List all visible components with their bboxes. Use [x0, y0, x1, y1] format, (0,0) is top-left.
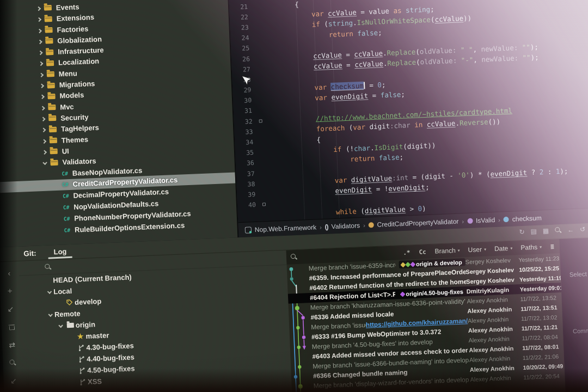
chevron-down-icon: ▾ [510, 246, 512, 250]
code-editor[interactable]: ? ext methods? exporting APIs override b… [229, 0, 588, 237]
code-token: ; [378, 28, 382, 36]
gutter [258, 89, 265, 90]
chevron-right-icon[interactable] [40, 150, 49, 154]
chevron-down-icon[interactable] [40, 162, 49, 164]
intellisort-icon[interactable]: ≣ [550, 243, 554, 250]
code-area[interactable]: ? ext methods? exporting APIs override b… [229, 0, 588, 222]
code-token: false [380, 90, 401, 100]
chevron-right-icon[interactable] [35, 17, 44, 22]
delete-icon[interactable] [1, 317, 21, 336]
commit-date: 11/7/22, 11:21 [519, 323, 563, 332]
collapse-icon[interactable]: ‹ [0, 264, 19, 282]
csharp-file-icon: C# [64, 227, 70, 233]
chevron-right-icon[interactable] [38, 106, 47, 110]
breadcrumb-item[interactable]: Validators [331, 222, 360, 230]
solution-explorer[interactable]: ControllersEventsExtensionsFactoriesGlob… [0, 0, 238, 248]
tree-folder-label: Models [59, 91, 84, 100]
breadcrumb-separator: › [498, 216, 500, 223]
chevron-right-icon[interactable] [37, 72, 46, 77]
chevron-right-icon[interactable] [34, 7, 43, 11]
code-token: "" [522, 43, 530, 52]
rollback-icon[interactable]: ↺ [580, 225, 586, 233]
chevron-right-icon[interactable] [36, 62, 45, 66]
filter-branch[interactable]: Branch▾ [434, 247, 460, 255]
tree-folder-label: Globalization [57, 35, 102, 45]
search-icon[interactable] [45, 264, 51, 270]
code-token: ; [399, 153, 403, 161]
add-icon[interactable]: ＋ [0, 281, 20, 300]
chevron-down-icon: ▾ [484, 247, 486, 252]
chevron-down-icon[interactable] [46, 291, 53, 293]
chevron-right-icon[interactable] [39, 117, 47, 121]
code-token: '0' [457, 171, 470, 180]
back-icon[interactable]: ← [567, 226, 574, 234]
checkout-arrow-icon[interactable]: ↙ [1, 299, 21, 318]
ide-window: ControllersEventsExtensionsFactoriesGlob… [0, 0, 588, 392]
commit-author: Alexey Anokhin [468, 315, 519, 324]
paint-roller-icon[interactable]: ▤ [530, 228, 537, 235]
chevron-right-icon[interactable] [35, 28, 44, 33]
code-token: return [350, 154, 379, 163]
folder-icon [45, 16, 52, 22]
chevron-right-icon[interactable] [36, 51, 45, 55]
chevron-spacer [68, 336, 75, 337]
gutter [260, 131, 267, 132]
gutter [255, 16, 262, 17]
search-icon[interactable] [555, 227, 561, 234]
code-token: :int [392, 174, 409, 182]
chevron-right-icon[interactable] [35, 39, 44, 44]
commit-date: 11/2/22, 20:54 [521, 372, 565, 381]
match-case-toggle-icon[interactable]: Cc [419, 248, 426, 256]
filter-label: Branch [434, 247, 456, 255]
code-token: checksum [330, 81, 364, 90]
commit-author: Sergey Koshelev [465, 256, 516, 265]
gutter [261, 173, 269, 173]
filter-date[interactable]: Date▾ [494, 244, 513, 253]
line-number: 36 [236, 159, 261, 168]
code-token: ; [430, 5, 434, 13]
gutter-marker-icon [259, 119, 267, 123]
gutter [258, 79, 265, 79]
filter-paths[interactable]: Paths▾ [520, 243, 542, 252]
filter-user[interactable]: User▾ [468, 246, 486, 254]
chevron-right-icon[interactable] [39, 128, 48, 132]
chevron-down-icon[interactable] [47, 314, 54, 316]
search-icon[interactable] [3, 353, 23, 372]
favorite-star-icon[interactable]: ★ [4, 389, 24, 392]
line-number: 22 [230, 13, 255, 21]
breadcrumb-item[interactable]: CreditCardPropertyValidator [377, 217, 458, 228]
breadcrumb-item[interactable]: IsValid [476, 216, 495, 224]
tree-folder-label: Localization [58, 57, 100, 67]
tab-log[interactable]: Log [48, 245, 72, 259]
compare-icon[interactable]: ⇄ [2, 335, 22, 354]
folder-icon [49, 127, 57, 133]
regex-toggle-icon[interactable]: .* [403, 249, 411, 256]
breadcrumb-item[interactable]: checksum [512, 214, 542, 223]
code-token: value [369, 7, 394, 16]
code-token: - [445, 171, 458, 180]
breadcrumb-item[interactable]: Nop.Web.Framework [255, 223, 317, 234]
search-icon[interactable] [291, 254, 297, 260]
chevron-right-icon[interactable] [38, 95, 46, 99]
commit-date: Yesterday 11:19 [517, 274, 561, 283]
chip-label: origin & develop [416, 259, 462, 267]
commit-author: Alexey Anokhin [468, 335, 519, 344]
commit-date: 10/25/22, 15:25 [517, 265, 560, 273]
refresh-icon[interactable]: ↻ [519, 228, 525, 236]
grid-view-icon[interactable]: ▦ [543, 227, 549, 235]
code-token: digitValue [364, 205, 406, 215]
chevron-right-icon[interactable] [40, 139, 48, 143]
chevron-right-icon[interactable] [38, 84, 46, 88]
code-token: = [342, 60, 354, 69]
commit-author: Alexey Anokhin [469, 345, 520, 353]
pull-arrow-icon[interactable]: ↙ [3, 371, 23, 390]
commit-author: Alexey Anokhin [467, 305, 518, 314]
chevron-down-icon[interactable] [57, 324, 65, 327]
folder-icon [50, 160, 58, 166]
code-token: return [328, 29, 357, 39]
trash-glyph [8, 323, 14, 330]
commit-date: Yesterday 11:23 [516, 255, 560, 263]
line-number: 21 [229, 2, 255, 11]
code-token: false [357, 28, 378, 38]
filter-label: User [468, 246, 482, 254]
